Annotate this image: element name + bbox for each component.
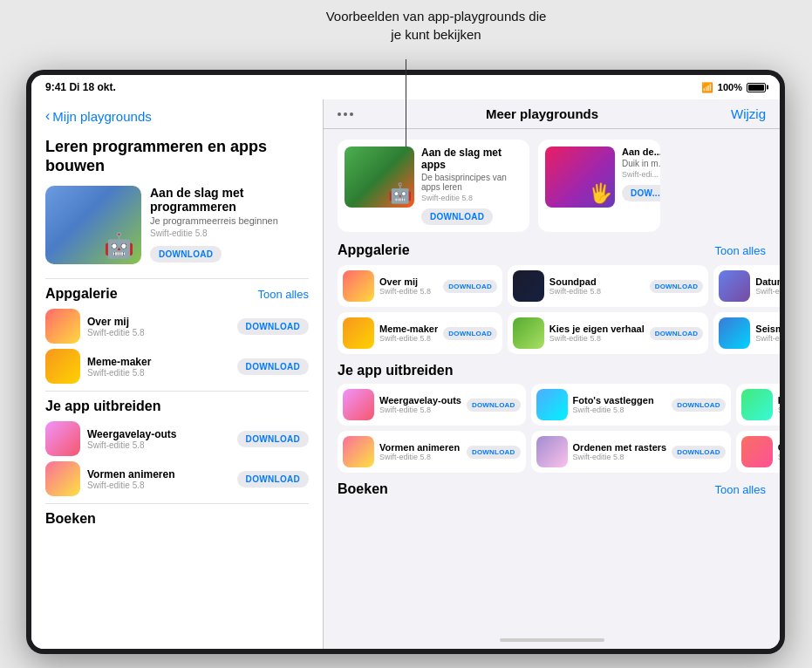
right-feat-img-1 — [345, 147, 414, 208]
grid-icon-meme — [343, 317, 374, 349]
grid-dl-meme[interactable]: DOWNLOAD — [443, 327, 497, 340]
list-item: Meme-maker Swift-editie 5.8 DOWNLOAD — [45, 349, 309, 384]
left-featured-download[interactable]: DOWNLOAD — [150, 246, 222, 262]
left-section-title: Leren programmeren en apps bouwen — [45, 138, 309, 175]
left-boeken-title: Boeken — [45, 511, 96, 527]
grid-icon-soundpad — [513, 270, 544, 302]
right-boeken-title: Boeken — [338, 481, 388, 497]
right-feat-card-1: Aan de slag met apps De basisprincipes v… — [338, 140, 529, 232]
right-jeapp-title: Je app uitbreiden — [338, 363, 453, 378]
back-label: Mijn playgrounds — [52, 109, 151, 124]
download-overmij[interactable]: DOWNLOAD — [237, 318, 309, 335]
back-button[interactable]: ‹ Mijn playgrounds — [45, 108, 309, 124]
left-jeapp-header: Je app uitbreiden — [45, 399, 309, 414]
right-feat-download-1[interactable]: DOWNLOAD — [421, 208, 493, 225]
nav-dots — [338, 112, 353, 116]
battery-pct: 100% — [718, 82, 742, 92]
app-info-vormen: Vormen animeren Swift-editie 5.8 — [87, 468, 230, 490]
list-item: Gebaren herkennen Swift-editie 5.8 DOWNL… — [736, 431, 780, 473]
download-meme[interactable]: DOWNLOAD — [237, 358, 309, 375]
right-nav-title: Meer playgrounds — [353, 106, 731, 121]
grid-dl-weergave[interactable]: DOWNLOAD — [467, 399, 521, 412]
grid-icon-seismo — [719, 317, 750, 349]
grid-icon-datum — [719, 270, 750, 302]
app-icon-overmij — [45, 309, 80, 344]
separator-3 — [45, 503, 309, 504]
left-featured-subtitle: Je programmeerreis beginnen — [150, 215, 309, 226]
battery-icon — [747, 83, 766, 92]
right-appgalerie-header: Appgalerie Toon alles — [338, 242, 766, 258]
app-info-weergave: Weergavelay-outs Swift-editie 5.8 — [87, 428, 230, 450]
ipad-screen: 9:41 Di 18 okt. 📶 100% ‹ Mijn playground… — [31, 75, 780, 649]
nav-dot — [338, 112, 341, 116]
right-boeken-header: Boeken Toon alles — [338, 481, 766, 497]
list-item: Ordenen met rasters Swift-editie 5.8 DOW… — [531, 431, 731, 473]
right-feat-info-1: Aan de slag met apps De basisprincipes v… — [421, 147, 522, 225]
app-info-overmij: Over mij Swift-editie 5.8 — [87, 316, 230, 337]
left-featured-title: Aan de slag met programmeren — [150, 186, 309, 214]
app-info-meme: Meme-maker Swift-editie 5.8 — [87, 356, 230, 378]
left-app-list: Over mij Swift-editie 5.8 DOWNLOAD Meme-… — [45, 309, 309, 384]
left-appgalerie-header: Appgalerie Toon alles — [45, 286, 309, 302]
right-featured-row: Aan de slag met apps De basisprincipes v… — [338, 140, 766, 232]
right-feat-download-2[interactable]: DOW... — [622, 185, 660, 201]
left-featured-edition: Swift-editie 5.8 — [150, 228, 309, 238]
status-time: 9:41 Di 18 okt. — [45, 81, 116, 93]
list-item: Kies je eigen verhaal Swift-editie 5.8 D… — [508, 312, 708, 354]
grid-dl-soundpad[interactable]: DOWNLOAD — [650, 280, 704, 293]
left-nav: ‹ Mijn playgrounds — [31, 99, 323, 129]
right-content: Aan de slag met apps De basisprincipes v… — [324, 129, 780, 631]
list-item: Seismometer Swift-editie 5.8 DOWNLOAD — [713, 312, 780, 354]
list-item: Datumplanner Swift-editie 5.8 DOWNLOAD — [713, 265, 780, 307]
grid-dl-overmij[interactable]: DOWNLOAD — [443, 280, 497, 293]
back-chevron-icon: ‹ — [45, 108, 50, 124]
left-toon-alles[interactable]: Toon alles — [257, 288, 309, 301]
scroll-indicator-container — [324, 631, 780, 649]
wifi-icon: 📶 — [701, 82, 713, 93]
list-item: Weergavelay-outs Swift-editie 5.8 DOWNLO… — [45, 421, 309, 456]
annotation-text: Voorbeelden van app-playgrounds die je k… — [323, 7, 549, 44]
grid-icon-fotos — [536, 389, 568, 420]
grid-dl-fotos[interactable]: DOWNLOAD — [672, 399, 726, 412]
grid-info-kies: Kies je eigen verhaal Swift-editie 5.8 — [549, 324, 645, 343]
right-panel: Meer playgrounds Wijzig Aan de slag met … — [324, 99, 780, 649]
ipad-frame: 9:41 Di 18 okt. 📶 100% ‹ Mijn playground… — [26, 70, 785, 654]
grid-dl-vormen2[interactable]: DOWNLOAD — [467, 446, 521, 459]
list-item: Meme-maker Swift-editie 5.8 DOWNLOAD — [338, 312, 502, 354]
right-boeken-toon-alles[interactable]: Toon alles — [714, 483, 766, 496]
app-icon-weergave — [45, 421, 80, 456]
right-jeapp-header: Je app uitbreiden — [338, 363, 766, 378]
right-feat-info-2: Aan de... Duik in m... Swift-edi... DOW.… — [622, 147, 660, 225]
grid-info-meme: Meme-maker Swift-editie 5.8 — [379, 324, 438, 343]
left-featured-card: Aan de slag met programmeren Je programm… — [45, 186, 309, 264]
grid-icon-ordenen — [536, 436, 568, 467]
left-panel: ‹ Mijn playgrounds Leren programmeren en… — [31, 99, 324, 649]
left-jeapp-list: Weergavelay-outs Swift-editie 5.8 DOWNLO… — [45, 421, 309, 496]
right-appgalerie-title: Appgalerie — [338, 242, 410, 258]
grid-icon-vormen2 — [343, 436, 374, 467]
right-jeapp-grid: Weergavelay-outs Swift-editie 5.8 DOWNLO… — [338, 384, 766, 473]
grid-info-soundpad: Soundpad Swift-editie 5.8 — [549, 276, 645, 296]
download-vormen[interactable]: DOWNLOAD — [237, 471, 309, 487]
list-item: Vormen animeren Swift-editie 5.8 DOWNLOA… — [45, 461, 309, 496]
status-right: 📶 100% — [701, 82, 766, 93]
download-weergave[interactable]: DOWNLOAD — [237, 431, 309, 447]
left-featured-image — [45, 186, 141, 264]
nav-dot — [344, 112, 347, 116]
grid-info-overmij: Over mij Swift-editie 5.8 — [379, 276, 438, 296]
grid-info-datum: Datumplanner Swift-editie 5.8 — [755, 276, 780, 296]
grid-icon-rasters — [741, 389, 773, 420]
grid-dl-ordenen[interactable]: DOWNLOAD — [672, 446, 726, 459]
grid-dl-kies[interactable]: DOWNLOAD — [650, 327, 704, 340]
app-icon-vormen — [45, 461, 80, 496]
left-featured-info: Aan de slag met programmeren Je programm… — [150, 186, 309, 264]
split-view: ‹ Mijn playgrounds Leren programmeren en… — [31, 99, 780, 649]
list-item: Soundpad Swift-editie 5.8 DOWNLOAD — [508, 265, 708, 307]
right-appgalerie-section: Appgalerie Toon alles Over mij Swift-edi… — [338, 242, 766, 354]
right-boeken-section: Boeken Toon alles — [338, 481, 766, 497]
right-toon-alles[interactable]: Toon alles — [714, 244, 766, 257]
wijzig-button[interactable]: Wijzig — [731, 106, 766, 121]
right-nav: Meer playgrounds Wijzig — [324, 99, 780, 129]
grid-icon-overmij — [343, 270, 374, 302]
grid-icon-kies — [513, 317, 544, 349]
